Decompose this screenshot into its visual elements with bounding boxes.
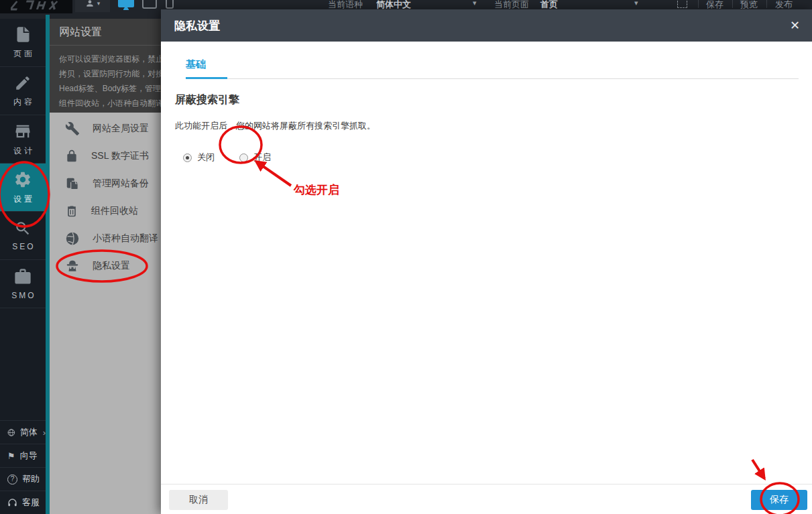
search-icon [14,220,32,237]
menu-item-label: 隐私设置 [93,260,130,272]
sidebar-item-content[interactable]: 内容 [0,67,46,115]
menu-item-recycle-bin[interactable]: 组件回收站 [50,197,161,224]
tablet-view-icon[interactable] [142,0,157,9]
sidebar-item-label: 内容 [11,97,35,108]
toolbar-divider [766,0,767,8]
lock-icon [65,149,78,164]
menu-item-label: 组件回收站 [91,205,138,217]
panel-description-line: 你可以设置浏览器图标，禁止 [59,52,161,66]
wrench-icon [65,121,80,136]
sidebar-item-help[interactable]: ? 帮助 [0,467,46,491]
menu-item-label: 小语种自动翻译 [93,233,158,245]
sidebar-item-smo[interactable]: SMO [0,260,46,308]
util-item-label: 客服 [22,497,40,509]
grid-layout-icon[interactable] [677,0,687,8]
globe-icon [7,428,15,438]
radio-group: 关闭 开启 [183,151,799,164]
settings-menu: 网站全局设置 SSL 数字证书 管理网站备份 组件回收站 小语种自动翻译 隐私设… [50,113,161,279]
brand-logo [0,0,72,13]
radio-off-label: 关闭 [197,151,215,164]
toolbar-divider [732,0,733,8]
util-item-label: 帮助 [22,473,40,485]
spy-icon [65,259,80,273]
desktop-view-icon[interactable] [117,0,135,11]
panel-description-line: 组件回收站，小语种自动翻译 [59,96,161,111]
close-icon[interactable]: ✕ [790,19,800,31]
flag-icon: ⚑ [7,451,15,461]
menu-item-ssl-certificate[interactable]: SSL 数字证书 [50,142,161,170]
pencil-icon [14,74,32,92]
sidebar-item-pages[interactable]: 页面 [0,19,46,67]
radio-on-control[interactable] [239,153,248,162]
headset-icon [7,498,17,508]
menu-item-label: SSL 数字证书 [91,150,149,162]
brand-logo-glyphs [11,0,62,11]
briefcase-icon [13,267,32,286]
radio-option-off[interactable]: 关闭 [183,151,215,164]
panel-description: 你可以设置浏览器图标，禁止 拷贝，设置防同行功能，对接 Head标签、Body标… [50,46,161,113]
radio-option-on[interactable]: 开启 [239,151,271,164]
menu-item-label: 管理网站备份 [93,178,149,190]
sidebar-item-design[interactable]: 设计 [0,115,46,164]
modal-tabs: 基础 [161,42,812,79]
menu-item-global-settings[interactable]: 网站全局设置 [50,115,161,142]
mobile-view-icon[interactable] [166,0,174,9]
sidebar-item-label: 页面 [11,48,35,60]
sidebar-item-settings[interactable]: 设置 [0,164,46,212]
panel-title: 网站设置 [50,19,161,46]
section-title: 屏蔽搜索引擎 [175,93,799,107]
gear-icon [13,170,32,189]
chevron-down-icon: ▾ [97,0,101,7]
save-button[interactable]: 保存 [751,490,807,510]
menu-item-label: 网站全局设置 [93,123,149,135]
sidebar-spacer [0,308,46,420]
menu-item-auto-translate[interactable]: 小语种自动翻译 [50,224,161,252]
toolbar-divider [698,0,699,8]
sidebar-item-label: 设置 [11,194,35,205]
modal-title: 隐私设置 [174,18,790,34]
radio-on-label: 开启 [253,151,271,164]
language-chevron-down-icon[interactable]: ▾ [473,0,477,7]
panel-description-line: 拷贝，设置防同行功能，对接 [59,66,161,81]
sidebar-item-language[interactable]: 简体 › [0,420,46,444]
modal-header: 隐私设置 ✕ [161,9,812,42]
globe-icon [65,231,80,246]
radio-off-control[interactable] [183,153,192,162]
cancel-button[interactable]: 取消 [169,490,228,510]
page-icon [14,25,32,44]
trash-icon [65,204,78,218]
app-window: ▾ 当前语种 简体中文 ▾ 当前页面 首页 ▾ 保存 预览 发布 页面 [0,0,812,514]
section-description: 此功能开启后，您的网站将屏蔽所有搜索引擎抓取。 [175,120,799,132]
privacy-settings-modal: 隐私设置 ✕ 基础 屏蔽搜索引擎 此功能开启后，您的网站将屏蔽所有搜索引擎抓取。… [161,9,812,514]
storefront-icon [13,122,32,141]
user-avatar-icon [85,0,95,8]
sidebar-item-wizard[interactable]: ⚑ 向导 [0,444,46,467]
sidebar-item-label: SMO [9,291,36,300]
main-sidebar: 页面 内容 设计 设置 SEO SMO 简体 › ⚑ 向导 [0,19,46,514]
util-item-label: 简体 [20,426,38,438]
modal-footer: 取消 保存 [161,484,812,514]
tab-basic[interactable]: 基础 [186,58,227,79]
menu-item-privacy-settings[interactable]: 隐私设置 [50,252,161,279]
panel-description-line: Head标签、Body标签，管理 [59,81,161,96]
help-icon: ? [7,474,17,485]
sidebar-item-seo[interactable]: SEO [0,212,46,260]
account-menu[interactable]: ▾ [75,0,110,12]
sidebar-item-label: 设计 [11,145,35,157]
sidebar-item-label: SEO [10,242,35,251]
sidebar-accent-strip [46,15,50,514]
backup-copy-icon [65,176,80,191]
page-chevron-down-icon[interactable]: ▾ [634,0,638,7]
util-item-label: 向导 [20,450,38,462]
block-search-engine-section: 屏蔽搜索引擎 此功能开启后，您的网站将屏蔽所有搜索引擎抓取。 关闭 开启 [161,79,812,164]
sidebar-item-support[interactable]: 客服 [0,491,46,514]
menu-item-site-backup[interactable]: 管理网站备份 [50,170,161,197]
site-settings-panel: 网站设置 你可以设置浏览器图标，禁止 拷贝，设置防同行功能，对接 Head标签、… [50,19,161,514]
